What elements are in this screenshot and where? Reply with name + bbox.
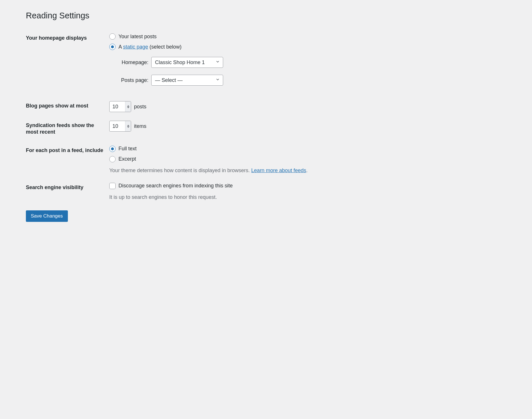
radio-label-latest-posts: Your latest posts (118, 34, 156, 40)
checkbox-row-discourage-search[interactable]: Discourage search engines from indexing … (109, 183, 339, 189)
radio-row-full-text[interactable]: Full text (109, 146, 339, 152)
syndication-count-input[interactable]: 10 (109, 121, 131, 132)
row-label-blog-pages: Blog pages show at most (26, 97, 106, 116)
blog-pages-units: posts (134, 104, 146, 110)
search-visibility-description: It is up to search engines to honor this… (109, 194, 339, 201)
row-label-homepage: Your homepage displays (26, 29, 106, 97)
row-label-feed-content: For each post in a feed, include (26, 141, 106, 178)
radio-label-static-page: A static page (select below) (118, 44, 181, 50)
static-page-link[interactable]: static page (123, 44, 148, 50)
save-changes-button[interactable]: Save Changes (26, 210, 68, 222)
chevron-down-icon (215, 59, 220, 66)
settings-form-table: Your homepage displays Your latest posts (26, 29, 342, 205)
syndication-units: items (134, 123, 146, 129)
radio-full-text[interactable] (109, 146, 116, 152)
caret-down-icon[interactable] (127, 126, 129, 128)
discourage-search-checkbox[interactable] (109, 183, 116, 189)
checkbox-label-discourage-search: Discourage search engines from indexing … (118, 183, 233, 189)
radio-row-excerpt[interactable]: Excerpt (109, 156, 339, 162)
radio-excerpt[interactable] (109, 156, 116, 162)
spinner-icon[interactable] (125, 101, 131, 112)
radio-static-page[interactable] (109, 44, 116, 50)
page-title: Reading Settings (26, 11, 342, 20)
homepage-select[interactable]: Classic Shop Home 1 (151, 57, 223, 68)
blog-pages-count-input[interactable]: 10 (109, 101, 131, 112)
learn-more-feeds-link[interactable]: Learn more about feeds (251, 168, 306, 173)
caret-down-icon[interactable] (127, 107, 129, 108)
radio-latest-posts[interactable] (109, 33, 116, 40)
caret-up-icon[interactable] (127, 105, 129, 107)
spinner-icon[interactable] (125, 121, 131, 131)
homepage-select-value: Classic Shop Home 1 (155, 59, 205, 66)
radio-row-latest-posts[interactable]: Your latest posts (109, 33, 339, 40)
row-label-syndication: Syndication feeds show the most recent (26, 116, 106, 141)
posts-page-select-value: — Select — (155, 77, 183, 83)
static-page-sub-selects: Homepage: Classic Shop Home 1 Posts page… (117, 57, 339, 86)
row-label-search-visibility: Search engine visibility (26, 178, 106, 205)
chevron-down-icon (215, 77, 220, 83)
homepage-select-label: Homepage: (117, 59, 148, 66)
radio-row-static-page[interactable]: A static page (select below) (109, 44, 339, 50)
radio-label-full-text: Full text (118, 146, 137, 152)
radio-label-excerpt: Excerpt (118, 156, 136, 162)
posts-page-select[interactable]: — Select — (151, 75, 223, 86)
feed-content-description: Your theme determines how content is dis… (109, 167, 339, 174)
caret-up-icon[interactable] (127, 125, 129, 126)
posts-page-select-label: Posts page: (117, 77, 148, 83)
